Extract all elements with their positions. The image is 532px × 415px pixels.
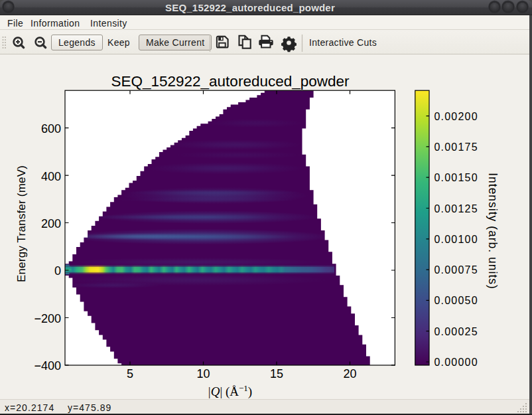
svg-text:0.00125: 0.00125 [434, 203, 478, 214]
svg-text:0.00175: 0.00175 [434, 141, 478, 153]
svg-text:−200: −200 [34, 312, 61, 325]
svg-text:−400: −400 [34, 359, 61, 373]
svg-text:Intensity (arb. units): Intensity (arb. units) [486, 173, 499, 290]
svg-text:SEQ_152922_autoreduced_powder: SEQ_152922_autoreduced_powder [111, 73, 350, 90]
svg-text:600: 600 [41, 122, 61, 135]
svg-text:0.00025: 0.00025 [434, 326, 478, 337]
svg-text:Energy Transfer (meV): Energy Transfer (meV) [15, 165, 28, 282]
svg-text:400: 400 [41, 170, 61, 183]
svg-text:0.00200: 0.00200 [434, 111, 478, 122]
svg-text:0: 0 [54, 264, 61, 278]
svg-text:0.00150: 0.00150 [434, 172, 478, 183]
svg-text:0.00075: 0.00075 [434, 264, 478, 276]
svg-text:0.00000: 0.00000 [434, 357, 478, 368]
svg-text:0.00050: 0.00050 [434, 295, 478, 306]
svg-text:5: 5 [127, 367, 133, 380]
svg-text:10: 10 [196, 367, 210, 380]
svg-text:15: 15 [270, 367, 283, 380]
svg-text:200: 200 [41, 217, 61, 230]
svg-text:0.00100: 0.00100 [434, 234, 478, 245]
svg-text:20: 20 [343, 367, 356, 380]
